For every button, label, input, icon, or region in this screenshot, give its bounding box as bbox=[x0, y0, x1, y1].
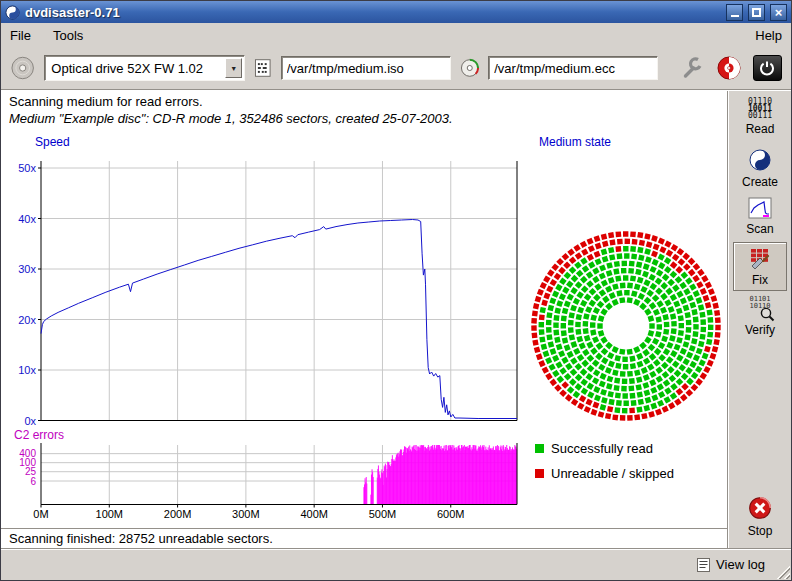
legend-swatch bbox=[535, 469, 544, 478]
minimize-button[interactable] bbox=[726, 4, 743, 21]
legend-swatch bbox=[535, 444, 544, 453]
close-icon: × bbox=[775, 5, 783, 20]
quit-button[interactable] bbox=[753, 55, 782, 81]
dvdisaster-logo-icon bbox=[716, 55, 742, 81]
preferences-button[interactable] bbox=[676, 53, 705, 83]
scan-button[interactable]: Scan bbox=[733, 192, 787, 240]
ecc-path-input[interactable] bbox=[488, 56, 658, 80]
chevron-down-icon: ▼ bbox=[225, 58, 242, 78]
toolbar: Optical drive 52X FW 1.02 ▼ bbox=[1, 47, 791, 89]
charts-svg: 0x10x20x30x40x50x6251004000M100M200M300M… bbox=[1, 149, 531, 525]
legend-label-unreadable: Unreadable / skipped bbox=[551, 466, 674, 481]
svg-text:50x: 50x bbox=[18, 162, 36, 174]
status-message: Scanning medium for read errors. bbox=[9, 94, 203, 109]
svg-text:40x: 40x bbox=[18, 213, 36, 225]
close-button[interactable]: × bbox=[770, 4, 787, 21]
app-window: dvdisaster-0.71 × File Tools Help Optica… bbox=[0, 0, 792, 581]
svg-text:100M: 100M bbox=[96, 508, 124, 520]
titlebar: dvdisaster-0.71 × bbox=[1, 1, 791, 23]
svg-text:400: 400 bbox=[19, 448, 36, 459]
scan-button-label: Scan bbox=[746, 222, 773, 236]
menu-help[interactable]: Help bbox=[755, 28, 782, 43]
yin-yang-icon bbox=[748, 148, 772, 172]
resize-grip[interactable] bbox=[776, 565, 790, 579]
read-button[interactable]: 01110 10011 00111 Read bbox=[733, 93, 787, 140]
iso-path-input[interactable] bbox=[281, 56, 451, 80]
fix-button[interactable]: Fix bbox=[733, 242, 787, 291]
content-row: Scanning medium for read errors. Medium … bbox=[1, 91, 791, 548]
scan-result-status: Scanning finished: 28752 unreadable sect… bbox=[1, 528, 727, 548]
menubar: File Tools Help bbox=[1, 23, 791, 47]
create-button-label: Create bbox=[742, 175, 778, 189]
svg-text:400M: 400M bbox=[300, 508, 328, 520]
drive-select[interactable]: Optical drive 52X FW 1.02 ▼ bbox=[44, 55, 245, 81]
medium-info: Medium "Example disc": CD-R mode 1, 3524… bbox=[9, 111, 453, 126]
svg-text:0M: 0M bbox=[33, 508, 48, 520]
svg-text:0x: 0x bbox=[24, 415, 36, 427]
main-area: Scanning medium for read errors. Medium … bbox=[1, 91, 727, 548]
statusbar: View log bbox=[1, 548, 791, 580]
menu-file[interactable]: File bbox=[10, 28, 31, 43]
stop-button[interactable]: Stop bbox=[733, 490, 787, 542]
scan-chart-icon bbox=[748, 197, 772, 219]
svg-text:20x: 20x bbox=[18, 314, 36, 326]
svg-text:500M: 500M bbox=[369, 508, 397, 520]
drive-select-value: Optical drive 52X FW 1.02 bbox=[45, 61, 225, 76]
maximize-icon bbox=[752, 8, 761, 17]
svg-text:300M: 300M bbox=[232, 508, 260, 520]
verify-button-label: Verify bbox=[745, 323, 775, 337]
logo-button[interactable] bbox=[714, 53, 743, 83]
svg-text:30x: 30x bbox=[18, 263, 36, 275]
fix-button-label: Fix bbox=[752, 273, 768, 287]
fix-icon bbox=[749, 247, 771, 270]
create-button[interactable]: Create bbox=[733, 143, 787, 193]
menu-tools[interactable]: Tools bbox=[53, 28, 83, 43]
iso-file-icon bbox=[254, 58, 272, 78]
window-title: dvdisaster-0.71 bbox=[25, 5, 721, 20]
medium-state-title: Medium state bbox=[539, 135, 611, 149]
stop-icon bbox=[747, 495, 773, 521]
medium-state-legend: Successfully read Unreadable / skipped bbox=[535, 441, 674, 481]
svg-text:600M: 600M bbox=[437, 508, 465, 520]
svg-text:10x: 10x bbox=[18, 364, 36, 376]
legend-item-success: Successfully read bbox=[535, 441, 674, 456]
speed-chart-title: Speed bbox=[35, 135, 70, 149]
svg-text:C2 errors: C2 errors bbox=[14, 428, 64, 442]
legend-label-success: Successfully read bbox=[551, 441, 653, 456]
ecc-file-icon bbox=[460, 58, 480, 78]
log-icon bbox=[697, 558, 710, 572]
magnifier-icon bbox=[760, 307, 775, 322]
verify-icon: 01101 10110 bbox=[743, 296, 777, 320]
minimize-icon bbox=[731, 15, 739, 17]
view-log-button[interactable]: View log bbox=[697, 557, 765, 572]
optical-drive-icon bbox=[10, 55, 35, 81]
wrench-icon bbox=[678, 55, 704, 81]
read-button-label: Read bbox=[746, 122, 775, 136]
action-sidebar: 01110 10011 00111 Read Create bbox=[727, 91, 791, 548]
app-icon bbox=[5, 5, 20, 20]
power-icon bbox=[758, 59, 776, 77]
stop-button-label: Stop bbox=[748, 524, 773, 538]
view-log-label: View log bbox=[716, 557, 765, 572]
maximize-button[interactable] bbox=[748, 4, 765, 21]
read-icon: 01110 10011 00111 bbox=[748, 98, 772, 119]
svg-text:200M: 200M bbox=[164, 508, 192, 520]
medium-state-disc bbox=[528, 226, 724, 430]
legend-item-unreadable: Unreadable / skipped bbox=[535, 466, 674, 481]
verify-button[interactable]: 01101 10110 Verify bbox=[733, 291, 787, 341]
